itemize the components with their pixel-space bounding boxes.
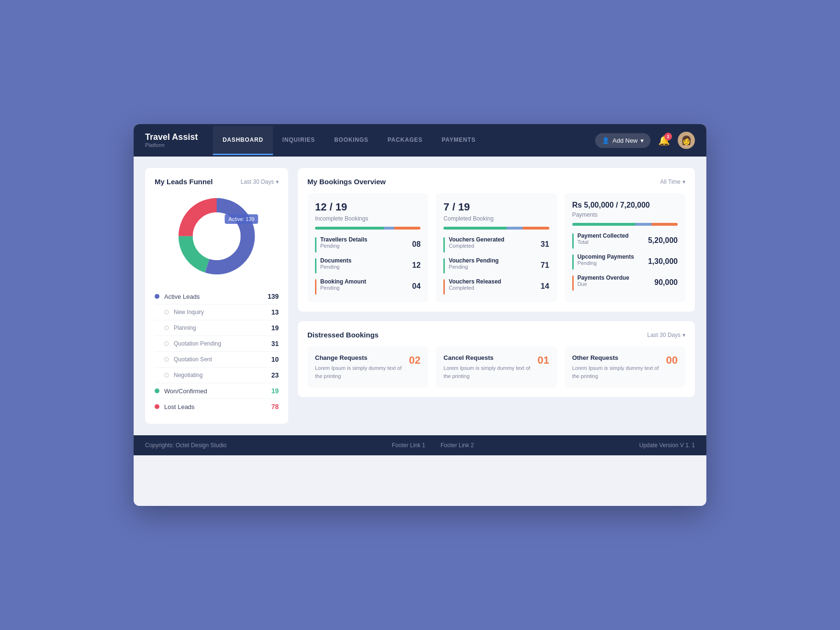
completed-label: Completed Booking: [443, 215, 549, 222]
vouchers-generated-text: Vouchers Generated Completed: [449, 236, 537, 249]
upcoming-payments-status: Pending: [578, 260, 644, 266]
progress-blue-2: [507, 227, 523, 230]
leads-item-quotation-pending: Quotation Pending 31: [155, 336, 279, 352]
bookings-overview-card: My Bookings Overview All Time ▾ 12 / 19 …: [298, 168, 695, 312]
documents-count: 12: [412, 261, 421, 270]
nav-inquiries[interactable]: INQUIRIES: [273, 126, 325, 155]
incomplete-label: Incomplete Bookings: [315, 215, 420, 222]
leads-funnel-title: My Leads Funnel: [155, 178, 213, 186]
completed-items: Vouchers Generated Completed 31 Vouchers…: [443, 236, 549, 294]
won-dot: [155, 388, 159, 393]
payments-overdue-status: Due: [578, 281, 651, 287]
payments-progress: [572, 223, 678, 226]
nav-packages[interactable]: PACKAGES: [378, 126, 432, 155]
vouchers-released-count: 14: [541, 282, 549, 291]
other-requests-title: Other Requests: [572, 354, 661, 361]
change-requests-row: Change Requests Lorem Ipsum is simply du…: [315, 354, 420, 380]
bookings-overview-filter[interactable]: All Time ▾: [660, 178, 685, 185]
vouchers-released-item: Vouchers Released Completed 14: [443, 278, 549, 294]
footer-copyright: Copyrights: Octet Design Studio: [145, 442, 227, 449]
negotiating-label: Negotiating: [174, 372, 271, 378]
add-new-button[interactable]: 👤 Add New ▾: [595, 133, 651, 148]
add-new-label: Add New: [612, 137, 638, 144]
lost-count: 78: [271, 403, 279, 410]
brand-name: Travel Assist: [145, 133, 198, 142]
chevron-down-icon: ▾: [276, 178, 279, 185]
leads-funnel-filter[interactable]: Last 30 Days ▾: [241, 178, 279, 185]
cancel-requests-count: 01: [537, 354, 549, 367]
payments-overdue-bar: [572, 275, 574, 291]
payment-collected-text: Payment Collected Total: [578, 232, 644, 245]
distressed-cards: Change Requests Lorem Ipsum is simply du…: [307, 346, 685, 388]
booking-amount-text: Booking Amount Pending: [320, 278, 409, 291]
leads-item-lost: Lost Leads 78: [155, 399, 279, 414]
documents-text: Documents Pending: [320, 257, 409, 270]
incomplete-items: Travellers Details Pending 08 Documents …: [315, 236, 420, 294]
nav-dashboard[interactable]: DASHBOARD: [213, 126, 273, 155]
vouchers-generated-name: Vouchers Generated: [449, 236, 537, 243]
documents-item: Documents Pending 12: [315, 257, 420, 273]
bookings-filter-label: All Time: [660, 178, 681, 185]
distressed-bookings-header: Distressed Bookings Last 30 Days ▾: [307, 331, 685, 339]
other-requests-card: Other Requests Lorem Ipsum is simply dum…: [565, 346, 685, 388]
progress-blue-3: [635, 223, 651, 226]
notification-button[interactable]: 🔔 2: [658, 135, 670, 146]
planning-count: 19: [271, 324, 279, 332]
brand: Travel Assist Platform: [145, 133, 198, 148]
active-leads-label: Active Leads: [164, 293, 268, 300]
cancel-requests-card: Cancel Requests Lorem Ipsum is simply du…: [436, 346, 556, 388]
upcoming-payments-item: Upcoming Payments Pending 1,30,000: [572, 253, 678, 270]
booking-amount-item: Booking Amount Pending 04: [315, 278, 420, 294]
payments-label: Payments: [572, 211, 678, 218]
vouchers-generated-status: Completed: [449, 243, 537, 249]
footer-link-1[interactable]: Footer Link 1: [392, 442, 425, 449]
new-inquiry-label: New Inquiry: [174, 309, 271, 315]
leads-item-won: Won/Confirmed 19: [155, 383, 279, 399]
nav-bookings[interactable]: BOOKINGS: [325, 126, 378, 155]
lost-label: Lost Leads: [164, 403, 271, 410]
upcoming-payments-text: Upcoming Payments Pending: [578, 253, 644, 266]
lost-dot: [155, 404, 159, 409]
quotation-pending-count: 31: [271, 340, 279, 347]
vouchers-released-name: Vouchers Released: [449, 278, 537, 285]
brand-sub: Platform: [145, 142, 198, 148]
active-leads-count: 139: [268, 293, 279, 300]
upcoming-payments-name: Upcoming Payments: [578, 253, 644, 260]
chevron-down-icon: ▾: [682, 178, 685, 185]
payments-overdue-count: 90,000: [654, 278, 678, 287]
booking-amount-bar: [315, 279, 316, 294]
other-requests-info: Other Requests Lorem Ipsum is simply dum…: [572, 354, 661, 380]
progress-orange-2: [523, 227, 549, 230]
leads-item-active: Active Leads 139: [155, 289, 279, 304]
vouchers-released-bar: [443, 279, 445, 294]
cancel-requests-row: Cancel Requests Lorem Ipsum is simply du…: [443, 354, 549, 380]
nav-payments[interactable]: PAYMENTS: [432, 126, 485, 155]
navbar: Travel Assist Platform DASHBOARD INQUIRI…: [134, 124, 706, 157]
leads-item-planning: Planning 19: [155, 320, 279, 336]
won-label: Won/Confirmed: [164, 388, 271, 395]
leads-item-negotiating: Negotiating 23: [155, 368, 279, 383]
right-panel: My Bookings Overview All Time ▾ 12 / 19 …: [298, 168, 695, 424]
active-leads-dot: [155, 294, 159, 299]
filter-label: Last 30 Days: [241, 178, 274, 185]
avatar[interactable]: 👩: [678, 132, 695, 149]
negotiating-dot: [164, 373, 169, 378]
vouchers-generated-item: Vouchers Generated Completed 31: [443, 236, 549, 252]
new-inquiry-dot: [164, 310, 169, 315]
incomplete-bookings-card: 12 / 19 Incomplete Bookings Traveller: [307, 193, 428, 302]
payment-collected-item: Payment Collected Total 5,20,000: [572, 232, 678, 249]
vouchers-pending-text: Vouchers Pending Pending: [449, 257, 537, 270]
payment-collected-bar: [572, 233, 574, 249]
notification-badge: 2: [664, 133, 672, 140]
change-requests-card: Change Requests Lorem Ipsum is simply du…: [307, 346, 428, 388]
payments-items: Payment Collected Total 5,20,000 Upcomin…: [572, 232, 678, 291]
incomplete-progress: [315, 227, 420, 230]
progress-teal-2: [443, 227, 507, 230]
booking-amount-status: Pending: [320, 285, 409, 291]
quotation-sent-dot: [164, 357, 169, 362]
footer-link-2[interactable]: Footer Link 2: [441, 442, 474, 449]
other-requests-count: 00: [666, 354, 678, 367]
travellers-status: Pending: [320, 243, 409, 249]
distressed-bookings-card: Distressed Bookings Last 30 Days ▾ Chang…: [298, 321, 695, 397]
distressed-filter-button[interactable]: Last 30 Days ▾: [647, 332, 685, 338]
